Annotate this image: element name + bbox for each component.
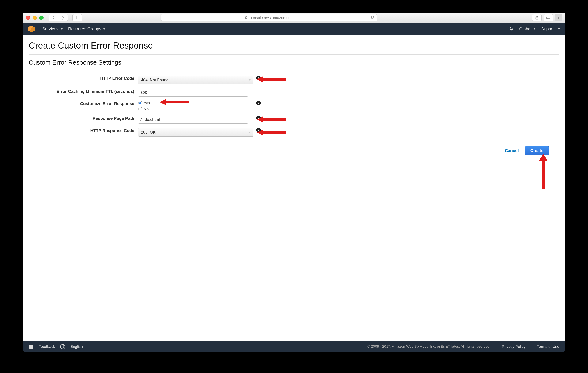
input-error-ttl[interactable] <box>138 89 248 97</box>
address-bar[interactable]: console.aws.amazon.com <box>161 14 377 21</box>
tabs-button[interactable] <box>544 14 553 21</box>
cancel-link[interactable]: Cancel <box>505 148 519 153</box>
sidebar-button[interactable] <box>73 14 82 21</box>
footer-feedback[interactable]: Feedback <box>38 344 55 349</box>
svg-marker-8 <box>257 116 286 122</box>
section-title: Custom Error Response Settings <box>29 59 559 66</box>
annotation-arrow-icon <box>257 116 286 122</box>
label-http-response-code: HTTP Response Code <box>29 128 138 133</box>
nav-services-label: Services <box>42 27 59 31</box>
radio-customize-no[interactable]: No <box>138 107 248 111</box>
nav-support-label: Support <box>541 27 556 31</box>
minimize-window-button[interactable] <box>32 16 37 20</box>
aws-logo-icon[interactable] <box>28 26 35 32</box>
svg-marker-7 <box>160 99 189 105</box>
chevron-down-icon <box>534 28 536 30</box>
browser-window: console.aws.amazon.com + Services <box>23 13 565 352</box>
button-row: Cancel Create <box>29 139 559 155</box>
footer-language[interactable]: English <box>70 344 83 349</box>
page-title: Create Custom Error Response <box>29 40 559 51</box>
nav-buttons <box>49 14 68 21</box>
divider <box>29 69 559 69</box>
svg-marker-10 <box>539 154 547 190</box>
svg-rect-4 <box>546 17 549 19</box>
row-http-response-code: HTTP Response Code 200: OK i <box>29 126 559 139</box>
annotation-arrow-icon <box>257 76 286 82</box>
input-response-path[interactable] <box>138 116 248 124</box>
back-button[interactable] <box>49 14 58 21</box>
reload-icon[interactable] <box>370 15 374 20</box>
nav-region-label: Global <box>519 27 531 31</box>
svg-marker-9 <box>257 130 286 135</box>
footer-terms[interactable]: Terms of Use <box>537 344 559 349</box>
radio-icon <box>138 101 142 105</box>
forward-button[interactable] <box>58 14 68 21</box>
traffic-lights <box>26 16 43 20</box>
nav-region[interactable]: Global <box>519 27 536 31</box>
radio-no-label: No <box>144 107 149 111</box>
svg-rect-5 <box>547 16 550 19</box>
stage: console.aws.amazon.com + Services <box>0 0 588 373</box>
label-response-path: Response Page Path <box>29 116 138 121</box>
nav-support[interactable]: Support <box>541 27 560 31</box>
zoom-window-button[interactable] <box>39 16 43 20</box>
chevron-down-icon <box>61 28 63 30</box>
browser-right-controls: + <box>532 14 562 21</box>
info-icon[interactable]: i <box>256 101 261 105</box>
select-http-error-code-value: 404: Not Found <box>141 78 168 82</box>
label-error-ttl: Error Caching Minimum TTL (seconds) <box>29 89 138 94</box>
radio-customize-yes[interactable]: Yes <box>138 101 248 105</box>
row-response-path: Response Page Path i <box>29 113 559 126</box>
label-http-error-code: HTTP Error Code <box>29 76 138 81</box>
address-host: console.aws.amazon.com <box>250 16 294 20</box>
browser-toolbar: console.aws.amazon.com + <box>23 13 565 23</box>
lock-icon <box>245 16 248 20</box>
feedback-icon <box>29 345 33 349</box>
chevron-down-icon <box>103 28 105 30</box>
close-window-button[interactable] <box>26 16 30 20</box>
aws-footer: Feedback English © 2008 - 2017, Amazon W… <box>23 341 565 352</box>
svg-rect-0 <box>75 16 79 20</box>
select-http-error-code[interactable]: 404: Not Found <box>138 76 253 84</box>
notifications-button[interactable] <box>509 27 514 31</box>
select-http-response-code[interactable]: 200: OK <box>138 128 253 137</box>
globe-icon <box>60 344 65 349</box>
nav-resource-groups-label: Resource Groups <box>68 27 101 31</box>
footer-copyright: © 2008 - 2017, Amazon Web Services, Inc.… <box>367 344 490 349</box>
share-button[interactable] <box>532 14 542 21</box>
row-customize: Customize Error Response Yes No i <box>29 99 559 113</box>
annotation-arrow-icon <box>257 130 286 135</box>
annotation-arrow-icon <box>160 99 189 105</box>
page-content: Create Custom Error Response Custom Erro… <box>23 35 565 341</box>
radio-icon <box>138 107 142 111</box>
select-http-response-code-value: 200: OK <box>141 130 156 135</box>
aws-top-nav: Services Resource Groups Global Support <box>23 23 565 35</box>
footer-privacy[interactable]: Privacy Policy <box>502 344 525 349</box>
label-customize: Customize Error Response <box>29 101 138 106</box>
chevron-down-icon <box>558 28 560 30</box>
svg-marker-6 <box>257 76 286 82</box>
nav-services[interactable]: Services <box>42 27 63 31</box>
annotation-arrow-up-icon <box>539 154 547 190</box>
new-tab-button[interactable]: + <box>555 14 562 21</box>
svg-rect-2 <box>245 18 247 19</box>
nav-resource-groups[interactable]: Resource Groups <box>68 27 105 31</box>
divider <box>29 54 559 55</box>
row-error-ttl: Error Caching Minimum TTL (seconds) <box>29 87 559 99</box>
row-http-error-code: HTTP Error Code 404: Not Found i <box>29 73 559 87</box>
bell-icon <box>509 27 514 31</box>
radio-yes-label: Yes <box>144 101 150 105</box>
